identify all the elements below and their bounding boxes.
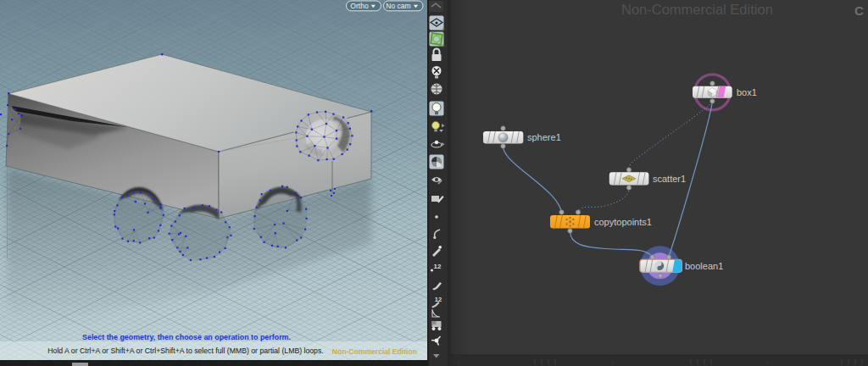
svg-text:Non-Commercial Edition: Non-Commercial Edition (621, 2, 773, 17)
svg-text:scatter1: scatter1 (653, 174, 686, 184)
svg-text:sphere1: sphere1 (527, 132, 561, 142)
svg-text:boolean1: boolean1 (685, 261, 723, 271)
svg-text:box1: box1 (737, 87, 757, 97)
svg-text:copytopoints1: copytopoints1 (594, 217, 652, 227)
svg-text:C: C (854, 3, 864, 18)
